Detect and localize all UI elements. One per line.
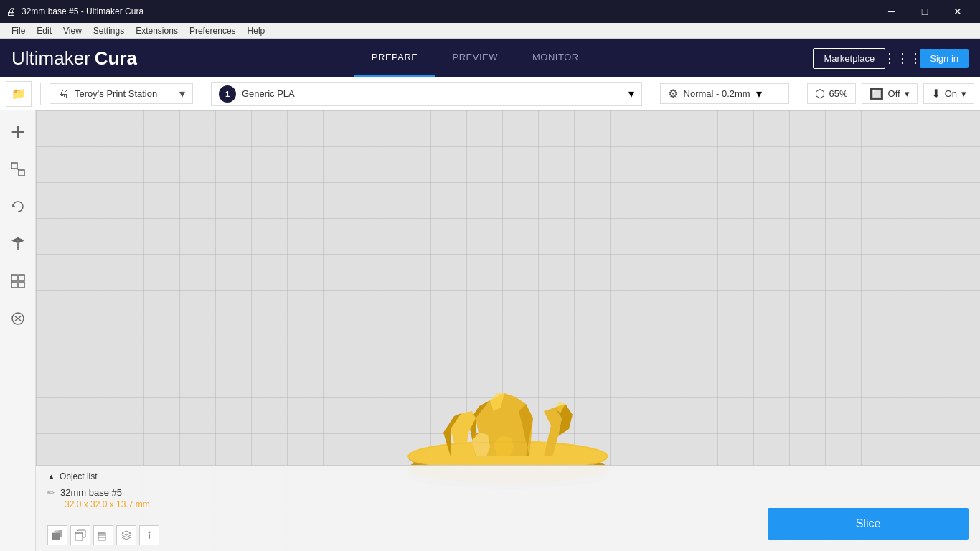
view-controls bbox=[47, 525, 159, 545]
printer-chevron-icon: ▾ bbox=[179, 87, 185, 100]
open-file-button[interactable]: 📁 bbox=[6, 81, 32, 107]
main-area: ▲ Object list ✏ 32mm base #5 32.0 x 32.0… bbox=[0, 110, 980, 551]
printer-name: Teroy's Print Station bbox=[75, 88, 174, 99]
support-control[interactable]: 🔲 Off ▾ bbox=[862, 83, 918, 104]
object-list-header[interactable]: ▲ Object list bbox=[47, 471, 969, 481]
svg-line-2 bbox=[17, 169, 19, 170]
navbar: Ultimaker Cura PREPARE PREVIEW MONITOR M… bbox=[0, 39, 980, 77]
printer-selector[interactable]: 🖨 Teroy's Print Station ▾ bbox=[50, 83, 193, 104]
logo: Ultimaker Cura bbox=[11, 47, 137, 70]
material-selector[interactable]: 1 Generic PLA ▾ bbox=[211, 82, 642, 106]
sliders-icon: ⚙ bbox=[668, 87, 678, 100]
infill-percent: 65% bbox=[829, 88, 848, 99]
tool-support-blocker[interactable] bbox=[5, 306, 31, 331]
svg-rect-8 bbox=[11, 282, 17, 288]
menu-view[interactable]: View bbox=[57, 24, 88, 37]
grid-icon[interactable]: ⋮⋮⋮ bbox=[891, 47, 914, 70]
separator-4 bbox=[798, 83, 798, 105]
object-name: 32mm base #5 bbox=[60, 487, 122, 498]
svg-rect-37 bbox=[149, 534, 150, 539]
adhesion-label: On bbox=[945, 88, 957, 99]
separator-3 bbox=[651, 83, 651, 105]
logo-cura: Cura bbox=[95, 47, 137, 70]
infill-control[interactable]: ⬡ 65% bbox=[807, 83, 856, 104]
adhesion-chevron-icon: ▾ bbox=[961, 88, 966, 99]
titlebar-left: 🖨 32mm base #5 - Ultimaker Cura bbox=[6, 6, 143, 17]
menu-extensions[interactable]: Extensions bbox=[130, 24, 184, 37]
object-list-label: Object list bbox=[60, 471, 98, 481]
support-chevron-icon: ▾ bbox=[905, 88, 910, 99]
signin-button[interactable]: Sign in bbox=[920, 49, 969, 68]
menu-edit[interactable]: Edit bbox=[31, 24, 57, 37]
tool-move[interactable] bbox=[5, 119, 31, 145]
svg-point-36 bbox=[149, 532, 151, 534]
tab-monitor[interactable]: MONITOR bbox=[515, 39, 596, 77]
nav-tabs: PREPARE PREVIEW MONITOR bbox=[354, 39, 596, 77]
logo-ultimaker: Ultimaker bbox=[11, 47, 90, 70]
tool-per-model[interactable] bbox=[5, 268, 31, 294]
view-layer-button[interactable] bbox=[116, 525, 136, 545]
profile-name: Normal - 0.2mm bbox=[684, 88, 750, 99]
object-item: ✏ 32mm base #5 bbox=[47, 486, 969, 499]
material-badge: 1 bbox=[219, 85, 236, 103]
tab-prepare[interactable]: PREPARE bbox=[354, 39, 435, 77]
view-box1-button[interactable] bbox=[70, 525, 90, 545]
marketplace-button[interactable]: Marketplace bbox=[813, 48, 885, 69]
3d-model[interactable] bbox=[372, 293, 644, 494]
menubar: File Edit View Settings Extensions Prefe… bbox=[0, 23, 980, 39]
svg-rect-7 bbox=[19, 275, 24, 281]
adhesion-icon: ⬇ bbox=[931, 87, 941, 100]
support-label: Off bbox=[888, 88, 900, 99]
nav-right: Marketplace ⋮⋮⋮ Sign in bbox=[813, 47, 969, 70]
tool-scale[interactable] bbox=[5, 156, 31, 182]
viewport[interactable]: ▲ Object list ✏ 32mm base #5 32.0 x 32.0… bbox=[36, 110, 980, 551]
titlebar-controls: ─ □ ✕ bbox=[875, 0, 974, 23]
view-solid-button[interactable] bbox=[47, 525, 67, 545]
profile-chevron-icon: ▾ bbox=[756, 87, 762, 100]
svg-rect-30 bbox=[75, 533, 83, 540]
titlebar: 🖨 32mm base #5 - Ultimaker Cura ─ □ ✕ bbox=[0, 0, 980, 23]
printer-icon: 🖨 bbox=[57, 88, 69, 100]
support-icon: 🔲 bbox=[870, 87, 884, 100]
menu-preferences[interactable]: Preferences bbox=[184, 24, 242, 37]
menu-file[interactable]: File bbox=[6, 24, 31, 37]
left-sidebar bbox=[0, 110, 36, 551]
tool-rotate[interactable] bbox=[5, 194, 31, 220]
svg-rect-32 bbox=[98, 533, 105, 540]
adhesion-control[interactable]: ⬇ On ▾ bbox=[923, 83, 974, 104]
app-icon: 🖨 bbox=[6, 6, 16, 17]
toolbar: 📁 🖨 Teroy's Print Station ▾ 1 Generic PL… bbox=[0, 77, 980, 110]
profile-selector[interactable]: ⚙ Normal - 0.2mm ▾ bbox=[660, 83, 789, 104]
menu-settings[interactable]: Settings bbox=[88, 24, 130, 37]
view-info-button[interactable] bbox=[139, 525, 159, 545]
minimize-button[interactable]: ─ bbox=[875, 0, 908, 23]
material-name: Generic PLA bbox=[242, 88, 623, 99]
tab-preview[interactable]: PREVIEW bbox=[435, 39, 515, 77]
menu-help[interactable]: Help bbox=[242, 24, 271, 37]
close-button[interactable]: ✕ bbox=[941, 0, 974, 23]
titlebar-title: 32mm base #5 - Ultimaker Cura bbox=[22, 6, 143, 17]
svg-rect-0 bbox=[11, 163, 17, 169]
slice-button[interactable]: Slice bbox=[768, 508, 969, 540]
tool-mirror[interactable] bbox=[5, 231, 31, 257]
separator-1 bbox=[40, 83, 41, 105]
svg-rect-6 bbox=[11, 275, 17, 281]
maximize-button[interactable]: □ bbox=[908, 0, 941, 23]
edit-icon[interactable]: ✏ bbox=[47, 488, 55, 498]
view-box2-button[interactable] bbox=[93, 525, 113, 545]
separator-2 bbox=[202, 83, 202, 105]
folder-icon: 📁 bbox=[11, 87, 26, 100]
collapse-icon: ▲ bbox=[47, 472, 55, 481]
infill-icon: ⬡ bbox=[815, 87, 825, 100]
svg-marker-31 bbox=[75, 530, 85, 537]
svg-rect-9 bbox=[19, 282, 24, 288]
svg-rect-27 bbox=[52, 533, 60, 540]
material-chevron-icon: ▾ bbox=[628, 87, 634, 100]
svg-rect-1 bbox=[19, 170, 24, 176]
